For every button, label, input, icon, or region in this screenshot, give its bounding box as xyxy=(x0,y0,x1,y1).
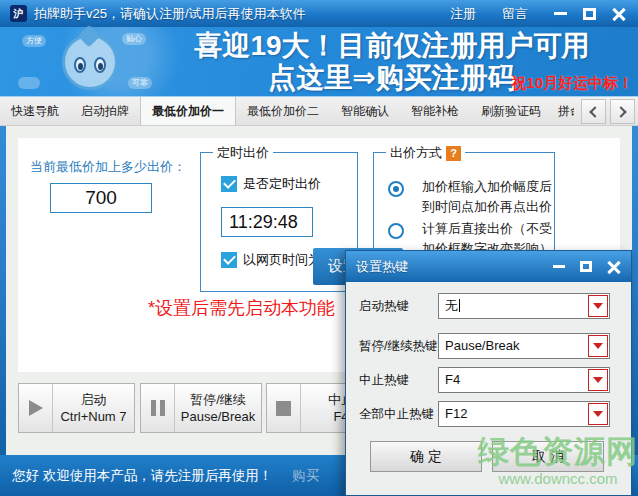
dialog-close-icon[interactable] xyxy=(607,260,621,274)
dialog-title-bar: 设置热键 xyxy=(346,251,631,282)
abort-hotkey-label: 中止热键 xyxy=(359,367,409,393)
pause-icon xyxy=(151,400,165,416)
ok-button[interactable]: 确 定 xyxy=(370,441,482,472)
dropdown-arrow-icon[interactable] xyxy=(588,403,608,425)
pause-button-shortcut: Pause/Break xyxy=(181,408,255,425)
pause-button-label: 暂停/继续 xyxy=(190,391,246,408)
price-increment-input[interactable]: 700 xyxy=(50,183,152,213)
tab-refresh-captcha[interactable]: 刷新验证码 xyxy=(470,97,552,125)
tab-scroll-left-button[interactable] xyxy=(581,99,606,124)
bid-mode-option-1-line1: 加价框输入加价幅度后 xyxy=(422,177,548,197)
timed-bid-group-title: 定时出价 xyxy=(213,144,273,162)
app-icon: 沪 xyxy=(10,5,27,22)
tab-lowest-price-plus-2[interactable]: 最低价加价二 xyxy=(236,97,330,125)
abort-all-hotkey-label: 全部中止热键 xyxy=(359,401,434,427)
bid-mode-group-title: 出价方式 xyxy=(390,144,442,162)
promo-banner[interactable]: 方便 贴心 可靠 喜迎19大！目前仅注册用户可用 点这里⇒购买注册码 祝10月好… xyxy=(0,27,638,97)
bid-mode-option-1-line2: 到时间点加价再点出价 xyxy=(422,197,548,217)
buy-link[interactable]: 购买 xyxy=(292,467,319,485)
start-hotkey-label: 启动热键 xyxy=(359,293,409,319)
abort-all-hotkey-combo[interactable]: F12 xyxy=(438,401,610,427)
start-button-label: 启动 xyxy=(81,391,107,408)
chevron-left-icon xyxy=(589,106,600,117)
window-title: 拍牌助手v25，请确认注册/试用后再使用本软件 xyxy=(34,5,450,23)
tab-start-bidding[interactable]: 启动拍牌 xyxy=(70,97,140,125)
pause-resume-button[interactable]: 暂停/继续 Pause/Break xyxy=(140,383,262,433)
start-hotkey-value: 无 xyxy=(445,298,458,313)
banner-note: 祝10月好运中标！ xyxy=(511,74,633,93)
bid-mode-option-1[interactable]: 加价框输入加价幅度后 到时间点加价再点出价 xyxy=(388,177,548,217)
price-increment-label: 当前最低价加上多少出价： xyxy=(30,158,186,176)
radio-unselected-icon[interactable] xyxy=(388,223,404,239)
start-button-shortcut: Ctrl+Num 7 xyxy=(60,408,126,425)
mascot-bubble: 可靠 xyxy=(128,77,152,89)
start-hotkey-combo[interactable]: 无 xyxy=(438,293,610,319)
dropdown-arrow-icon[interactable] xyxy=(588,335,608,357)
close-icon[interactable] xyxy=(612,7,626,21)
mascot-bubble: 方便 xyxy=(22,35,46,47)
tab-scroll-right-button[interactable] xyxy=(610,99,635,124)
mascot-bubble: 贴心 xyxy=(122,33,146,45)
set-hotkeys-dialog: 设置热键 启动热键 无 暂停/继续热键 Pause/Break 中止热键 F4 xyxy=(345,250,632,496)
dropdown-arrow-icon[interactable] xyxy=(588,369,608,391)
text-caret xyxy=(459,299,460,312)
pause-hotkey-combo[interactable]: Pause/Break xyxy=(438,333,610,359)
checkbox-checked-icon[interactable] xyxy=(221,252,237,268)
bid-time-input[interactable]: 11:29:48 xyxy=(221,207,313,237)
radio-selected-icon[interactable] xyxy=(388,181,404,197)
register-link[interactable]: 注册 xyxy=(450,5,476,23)
pause-hotkey-label: 暂停/继续热键 xyxy=(359,333,437,359)
setup-warning-note: *设置后需先启动本功能 xyxy=(148,296,335,320)
bid-mode-option-2-line1: 计算后直接出价（不受 xyxy=(422,219,548,239)
tab-quick-nav[interactable]: 快速导航 xyxy=(0,97,70,125)
help-icon[interactable]: ? xyxy=(446,146,461,161)
maximize-icon[interactable] xyxy=(583,8,596,20)
minimize-icon[interactable] xyxy=(554,12,567,15)
chevron-right-icon xyxy=(615,106,626,117)
tab-smart-confirm[interactable]: 智能确认 xyxy=(330,97,400,125)
stop-icon xyxy=(276,401,291,416)
pause-hotkey-value: Pause/Break xyxy=(439,334,587,358)
tab-smart-retry[interactable]: 智能补枪 xyxy=(400,97,470,125)
dropdown-arrow-icon[interactable] xyxy=(588,295,608,317)
mascot-icon xyxy=(62,34,118,90)
abort-hotkey-combo[interactable]: F4 xyxy=(438,367,610,393)
dialog-minimize-icon[interactable] xyxy=(553,265,565,268)
message-link[interactable]: 留言 xyxy=(502,5,528,23)
tab-lowest-price-plus-1[interactable]: 最低价加价一 xyxy=(140,97,236,125)
cancel-button[interactable]: 取 消 xyxy=(492,441,604,472)
checkbox-checked-icon[interactable] xyxy=(221,176,237,192)
dialog-title: 设置热键 xyxy=(356,258,553,276)
mascot-bubble xyxy=(18,77,40,89)
tab-clipped[interactable]: 拼命 xyxy=(552,97,574,125)
timed-bid-checkbox[interactable]: 是否定时出价 xyxy=(221,175,321,193)
start-button[interactable]: 启动 Ctrl+Num 7 xyxy=(18,383,135,433)
timed-bid-checkbox-label: 是否定时出价 xyxy=(243,175,321,193)
abort-hotkey-value: F4 xyxy=(439,368,587,392)
banner-line1: 喜迎19大！目前仅注册用户可用 xyxy=(160,30,624,62)
title-bar: 沪 拍牌助手v25，请确认注册/试用后再使用本软件 注册 留言 xyxy=(0,0,638,27)
tab-bar: 快速导航 启动拍牌 最低价加价一 最低价加价二 智能确认 智能补枪 刷新验证码 … xyxy=(0,97,638,126)
play-icon xyxy=(29,400,43,416)
abort-all-hotkey-value: F12 xyxy=(439,402,587,426)
dialog-maximize-icon[interactable] xyxy=(580,261,592,272)
status-text: 您好 欢迎使用本产品，请先注册后再使用！ xyxy=(12,467,272,485)
dialog-body: 启动热键 无 暂停/继续热键 Pause/Break 中止热键 F4 全部中止热… xyxy=(346,282,631,495)
